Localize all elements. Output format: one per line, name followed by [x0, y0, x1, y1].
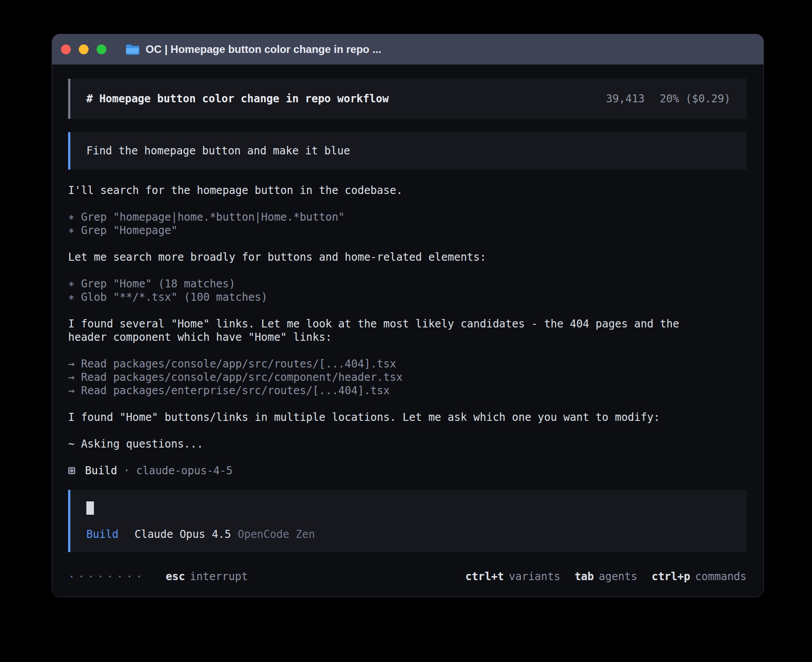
assistant-text-block: I found several "Home" links. Let me loo…: [68, 317, 718, 344]
assistant-text-line: I found "Home" buttons/links in multiple…: [68, 411, 718, 424]
spinner-dots: ········: [68, 570, 145, 583]
tool-call-line: ∗ Glob "**/*.tsx" (100 matches): [68, 291, 718, 304]
commands-label: commands: [695, 570, 747, 583]
ctrl-p-key-hint: ctrl+p: [652, 570, 690, 583]
agent-mode-label[interactable]: Build: [86, 528, 118, 541]
prompt-input[interactable]: Build Claude Opus 4.5 OpenCode Zen: [68, 490, 747, 552]
assistant-text-block: I'll search for the homepage button in t…: [68, 184, 718, 197]
session-header: # Homepage button color change in repo w…: [68, 79, 747, 119]
user-message-text: Find the homepage button and make it blu…: [86, 145, 350, 157]
folder-icon: [125, 44, 139, 55]
assistant-text-block: ~ Asking questions...: [68, 437, 718, 451]
traffic-lights: [61, 44, 106, 54]
assistant-text-block: Let me search more broadly for buttons a…: [68, 250, 718, 264]
tool-call-line: ∗ Grep "Home" (18 matches): [68, 277, 718, 291]
window-titlebar[interactable]: OC | Homepage button color change in rep…: [52, 34, 763, 65]
shortcut-hints: ctrl+t variants tab agents ctrl+p comman…: [465, 570, 747, 583]
tool-call-block: ∗ Grep "homepage|home.*button|Home.*butt…: [68, 210, 718, 237]
commands-hint: ctrl+p commands: [652, 570, 747, 583]
assistant-text-line: ~ Asking questions...: [68, 437, 718, 451]
session-meta: 39,413 20% ($0.29): [606, 93, 731, 105]
input-meta: Build Claude Opus 4.5 OpenCode Zen: [86, 528, 731, 541]
agent-name: Build: [85, 464, 117, 477]
tool-call-line: → Read packages/console/app/src/componen…: [68, 371, 718, 384]
assistant-text-line: I'll search for the homepage button in t…: [68, 184, 718, 197]
minimize-window-button[interactable]: [79, 44, 89, 54]
assistant-text-line: I found several "Home" links. Let me loo…: [68, 317, 718, 344]
provider-label: OpenCode Zen: [238, 528, 315, 541]
variants-label: variants: [509, 570, 560, 583]
status-bar: ········ esc interrupt ctrl+t variants t…: [68, 559, 747, 583]
tool-call-line: ∗ Grep "Homepage": [68, 224, 718, 237]
context-usage: 20% ($0.29): [660, 93, 731, 105]
terminal-window: OC | Homepage button color change in rep…: [52, 34, 764, 597]
agents-hint: tab agents: [575, 570, 637, 583]
agent-model: claude-opus-4-5: [136, 464, 233, 477]
text-cursor: [86, 501, 94, 515]
tool-call-line: → Read packages/console/app/src/routes/[…: [68, 357, 718, 371]
tool-call-block: → Read packages/console/app/src/routes/[…: [68, 357, 718, 397]
model-label[interactable]: Claude Opus 4.5: [134, 528, 231, 541]
agents-label: agents: [599, 570, 637, 583]
user-message: Find the homepage button and make it blu…: [68, 132, 747, 170]
zoom-window-button[interactable]: [97, 44, 106, 54]
assistant-text-line: Let me search more broadly for buttons a…: [68, 250, 718, 264]
close-window-button[interactable]: [61, 44, 71, 54]
assistant-text-block: I found "Home" buttons/links in multiple…: [68, 411, 718, 424]
tool-call-line: ∗ Grep "homepage|home.*button|Home.*butt…: [68, 210, 718, 224]
agent-status-line: Build · claude-opus-4-5: [68, 464, 747, 477]
tool-call-block: ∗ Grep "Home" (18 matches)∗ Glob "**/*.t…: [68, 277, 718, 304]
variants-hint: ctrl+t variants: [465, 570, 560, 583]
separator-dot: ·: [123, 464, 130, 477]
tool-call-line: → Read packages/enterprise/src/routes/[.…: [68, 384, 718, 397]
transcript: I'll search for the homepage button in t…: [68, 184, 718, 464]
esc-key-hint: esc: [166, 570, 185, 583]
tab-key-hint: tab: [575, 570, 594, 583]
window-title: OC | Homepage button color change in rep…: [146, 43, 381, 56]
ctrl-t-key-hint: ctrl+t: [465, 570, 504, 583]
interrupt-label: interrupt: [190, 570, 248, 583]
agent-icon: [68, 467, 75, 474]
interrupt-hint: esc interrupt: [166, 570, 248, 583]
terminal-content: # Homepage button color change in repo w…: [52, 65, 763, 597]
token-count: 39,413: [606, 93, 645, 105]
session-title: # Homepage button color change in repo w…: [86, 93, 389, 105]
